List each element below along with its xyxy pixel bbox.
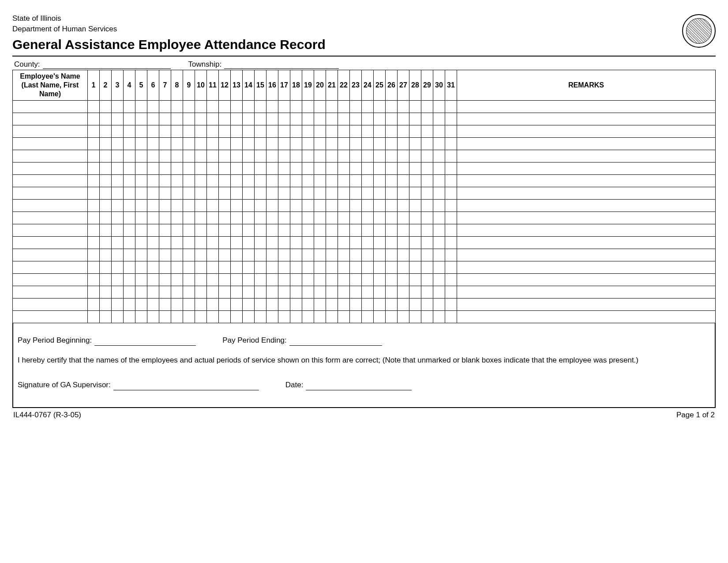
cell-day[interactable] [231, 137, 243, 150]
cell-day[interactable] [445, 249, 457, 261]
cell-day[interactable] [207, 298, 219, 310]
cell-day[interactable] [100, 100, 112, 113]
cell-day[interactable] [398, 224, 409, 236]
cell-employee-name[interactable] [13, 286, 88, 298]
cell-day[interactable] [207, 137, 219, 150]
cell-day[interactable] [445, 261, 457, 273]
cell-day[interactable] [350, 261, 362, 273]
cell-day[interactable] [88, 261, 100, 273]
cell-day[interactable] [421, 150, 433, 162]
cell-day[interactable] [255, 298, 266, 310]
cell-day[interactable] [302, 236, 314, 249]
cell-day[interactable] [159, 199, 171, 212]
cell-day[interactable] [195, 187, 207, 199]
cell-day[interactable] [207, 273, 219, 286]
cell-day[interactable] [243, 113, 255, 125]
cell-day[interactable] [159, 310, 171, 323]
cell-day[interactable] [231, 199, 243, 212]
cell-day[interactable] [183, 249, 195, 261]
cell-day[interactable] [147, 236, 159, 249]
cell-day[interactable] [135, 125, 147, 137]
cell-day[interactable] [409, 310, 421, 323]
cell-day[interactable] [409, 212, 421, 224]
pay-period-end-input[interactable] [289, 337, 382, 346]
cell-day[interactable] [124, 273, 135, 286]
cell-day[interactable] [290, 224, 302, 236]
cell-day[interactable] [409, 261, 421, 273]
cell-day[interactable] [445, 298, 457, 310]
cell-day[interactable] [398, 100, 409, 113]
township-input[interactable] [224, 61, 339, 69]
cell-day[interactable] [124, 298, 135, 310]
cell-day[interactable] [445, 212, 457, 224]
cell-day[interactable] [219, 174, 231, 187]
cell-day[interactable] [338, 125, 350, 137]
cell-day[interactable] [100, 162, 112, 174]
cell-remarks[interactable] [457, 273, 716, 286]
cell-day[interactable] [171, 113, 183, 125]
cell-day[interactable] [231, 150, 243, 162]
cell-day[interactable] [433, 249, 445, 261]
cell-day[interactable] [135, 273, 147, 286]
cell-day[interactable] [421, 187, 433, 199]
cell-day[interactable] [88, 150, 100, 162]
cell-day[interactable] [183, 113, 195, 125]
cell-day[interactable] [183, 273, 195, 286]
cell-day[interactable] [266, 249, 278, 261]
cell-day[interactable] [195, 286, 207, 298]
cell-day[interactable] [183, 150, 195, 162]
cell-day[interactable] [266, 310, 278, 323]
cell-day[interactable] [362, 212, 374, 224]
cell-day[interactable] [278, 286, 290, 298]
cell-day[interactable] [398, 113, 409, 125]
cell-day[interactable] [290, 113, 302, 125]
cell-day[interactable] [362, 236, 374, 249]
cell-day[interactable] [171, 100, 183, 113]
cell-day[interactable] [243, 286, 255, 298]
cell-day[interactable] [255, 187, 266, 199]
cell-day[interactable] [266, 212, 278, 224]
cell-day[interactable] [183, 224, 195, 236]
cell-remarks[interactable] [457, 125, 716, 137]
cell-day[interactable] [433, 137, 445, 150]
cell-employee-name[interactable] [13, 137, 88, 150]
cell-day[interactable] [100, 113, 112, 125]
cell-day[interactable] [255, 113, 266, 125]
cell-day[interactable] [445, 199, 457, 212]
cell-day[interactable] [409, 174, 421, 187]
cell-day[interactable] [195, 224, 207, 236]
cell-day[interactable] [255, 286, 266, 298]
cell-day[interactable] [195, 162, 207, 174]
cell-day[interactable] [124, 137, 135, 150]
cell-day[interactable] [386, 236, 398, 249]
cell-day[interactable] [147, 174, 159, 187]
cell-day[interactable] [398, 273, 409, 286]
cell-remarks[interactable] [457, 236, 716, 249]
cell-day[interactable] [147, 273, 159, 286]
cell-day[interactable] [183, 137, 195, 150]
cell-day[interactable] [266, 224, 278, 236]
cell-day[interactable] [183, 199, 195, 212]
cell-day[interactable] [255, 100, 266, 113]
cell-day[interactable] [207, 174, 219, 187]
cell-day[interactable] [243, 162, 255, 174]
cell-day[interactable] [183, 286, 195, 298]
cell-day[interactable] [231, 125, 243, 137]
cell-day[interactable] [433, 174, 445, 187]
cell-day[interactable] [135, 236, 147, 249]
cell-day[interactable] [243, 137, 255, 150]
cell-day[interactable] [243, 187, 255, 199]
cell-remarks[interactable] [457, 224, 716, 236]
cell-day[interactable] [147, 125, 159, 137]
cell-day[interactable] [278, 273, 290, 286]
cell-day[interactable] [159, 125, 171, 137]
cell-day[interactable] [350, 286, 362, 298]
cell-day[interactable] [112, 162, 124, 174]
cell-employee-name[interactable] [13, 187, 88, 199]
cell-day[interactable] [100, 187, 112, 199]
cell-day[interactable] [219, 236, 231, 249]
cell-day[interactable] [302, 137, 314, 150]
cell-day[interactable] [100, 224, 112, 236]
cell-day[interactable] [159, 224, 171, 236]
cell-day[interactable] [100, 236, 112, 249]
